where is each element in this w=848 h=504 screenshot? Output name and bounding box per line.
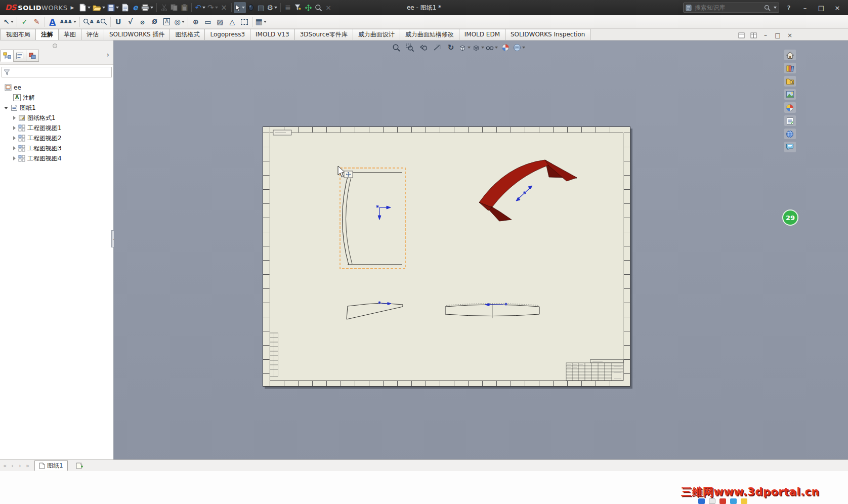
knowledge-search[interactable] xyxy=(683,3,779,13)
featuremanager-tab[interactable] xyxy=(1,50,14,62)
datum-target-icon[interactable]: ◎ xyxy=(173,16,186,28)
tab-evaluate[interactable]: 评估 xyxy=(81,29,104,40)
paste-button[interactable] xyxy=(179,2,189,13)
panel-splitter-handle[interactable] xyxy=(53,44,57,48)
search-dropdown-icon[interactable] xyxy=(774,7,777,9)
cosmetic-thread-icon[interactable]: Ø xyxy=(149,16,161,28)
toolbars-icon[interactable]: ≣ xyxy=(283,2,293,13)
view-settings-icon[interactable] xyxy=(246,2,256,13)
minimize-button[interactable]: – xyxy=(798,3,812,13)
doc-window-icon-1[interactable] xyxy=(736,31,747,40)
doc-minimize-button[interactable]: – xyxy=(760,31,771,40)
open-button[interactable] xyxy=(92,2,106,13)
note-icon[interactable]: A xyxy=(47,16,59,28)
solidworks-resources-icon[interactable] xyxy=(784,50,796,60)
tree-root-ee[interactable]: ee xyxy=(0,82,113,93)
tab-logopress3[interactable]: Logopress3 xyxy=(204,29,250,40)
view-palette-icon[interactable] xyxy=(784,89,796,100)
chat-badge[interactable]: 29 xyxy=(782,209,798,226)
user-community-icon[interactable] xyxy=(784,142,796,152)
view-orientation-icon[interactable] xyxy=(458,42,471,53)
save-button[interactable] xyxy=(106,2,120,13)
rotate-view-icon[interactable]: ↻ xyxy=(445,42,457,53)
design-library-icon[interactable] xyxy=(784,63,796,73)
copy-button[interactable] xyxy=(169,2,179,13)
tree-filter[interactable] xyxy=(2,67,112,77)
zoom-button[interactable] xyxy=(313,2,323,13)
weld-symbol-icon[interactable]: U xyxy=(112,16,124,28)
clear-button[interactable]: × xyxy=(323,2,333,13)
collapse-caret-icon[interactable] xyxy=(4,107,8,109)
format-painter-icon[interactable]: ✎ xyxy=(31,16,43,28)
find-note-icon[interactable]: A xyxy=(95,16,109,28)
doc-close-button[interactable]: × xyxy=(784,31,795,40)
block-icon[interactable]: ▭ xyxy=(202,16,214,28)
expand-caret-icon[interactable] xyxy=(13,126,16,130)
panel-expand-chevron[interactable]: › xyxy=(106,51,109,59)
spell-check-icon[interactable]: ✓ xyxy=(19,16,31,28)
custom-properties-icon[interactable] xyxy=(784,115,796,126)
tree-item-sheet-format1[interactable]: 图纸格式1 xyxy=(0,113,113,123)
expand-caret-icon[interactable] xyxy=(13,136,16,140)
configurationmanager-tab[interactable] xyxy=(26,50,39,62)
geometric-tolerance-icon[interactable]: ⊕ xyxy=(190,16,202,28)
cut-button[interactable] xyxy=(159,2,169,13)
tab-view-layout[interactable]: 视图布局 xyxy=(1,29,36,40)
tree-item-sheet1[interactable]: 图纸1 xyxy=(0,103,113,113)
tab-inspection[interactable]: SOLIDWORKS Inspection xyxy=(505,29,590,40)
expand-caret-icon[interactable] xyxy=(13,146,16,150)
previous-view-icon[interactable] xyxy=(417,42,430,53)
surface-finish-icon[interactable]: √ xyxy=(124,16,137,28)
tree-item-view4[interactable]: 工程图视图4 xyxy=(0,153,113,163)
drawing-sheet[interactable] xyxy=(263,127,630,387)
leader-icon[interactable]: ↖ xyxy=(2,16,15,28)
tab-power-surface-design[interactable]: 威力曲面设计 xyxy=(353,29,400,40)
apply-scene-icon[interactable] xyxy=(513,42,525,53)
last-sheet-button[interactable]: » xyxy=(24,461,31,470)
tab-3dsource[interactable]: 3DSource零件库 xyxy=(294,29,353,40)
print-button[interactable] xyxy=(140,2,154,13)
display-style-icon[interactable] xyxy=(472,42,484,53)
selection-filter-button[interactable] xyxy=(293,2,303,13)
doc-window-icon-2[interactable] xyxy=(748,31,759,40)
expand-caret-icon[interactable] xyxy=(13,116,16,120)
propertymanager-tab[interactable] xyxy=(13,50,26,62)
new-document-button[interactable] xyxy=(78,2,92,13)
table-icon[interactable]: ▦ xyxy=(254,16,268,28)
sheet-tab-1[interactable]: 图纸1 xyxy=(34,460,68,471)
section-view-icon[interactable] xyxy=(431,42,443,53)
area-hatch-icon[interactable]: ▨ xyxy=(214,16,226,28)
maximize-button[interactable]: □ xyxy=(815,3,828,13)
close-button[interactable]: × xyxy=(831,3,844,13)
tree-item-view1[interactable]: 工程图视图1 xyxy=(0,123,113,133)
zoom-fit-icon[interactable] xyxy=(390,42,402,53)
tree-item-view3[interactable]: 工程图视图3 xyxy=(0,143,113,153)
graphics-area[interactable]: ↻ xyxy=(114,40,848,459)
tab-imold-v13[interactable]: IMOLD V13 xyxy=(250,29,295,40)
expand-caret-icon[interactable] xyxy=(13,156,16,160)
add-sheet-button[interactable] xyxy=(73,460,86,471)
undo-button[interactable]: ↶ xyxy=(194,2,206,13)
tab-power-surface-modify[interactable]: 威力曲面結構修改 xyxy=(400,29,459,40)
next-sheet-button[interactable]: › xyxy=(16,461,24,470)
tab-imold-edm[interactable]: IMOLD EDM xyxy=(459,29,505,40)
linear-note-pattern-icon[interactable]: AAA xyxy=(59,16,78,28)
search-icon[interactable] xyxy=(764,5,771,11)
tab-annotation[interactable]: 注解 xyxy=(35,29,59,40)
tab-sheet-format[interactable]: 图纸格式 xyxy=(169,29,205,40)
delete-button[interactable]: × xyxy=(219,2,229,13)
web-browser-icon[interactable]: e xyxy=(130,2,140,13)
make-drawing-button[interactable] xyxy=(120,2,130,13)
zoom-area-icon[interactable] xyxy=(404,42,416,53)
options-button[interactable]: ⚙ xyxy=(266,2,279,13)
tree-item-annotations[interactable]: A 注解 xyxy=(0,93,113,103)
select-button[interactable] xyxy=(234,2,246,13)
report-table-icon[interactable]: ▤ xyxy=(256,2,266,13)
tab-sketch[interactable]: 草图 xyxy=(58,29,81,40)
redo-button[interactable]: ↷ xyxy=(206,2,219,13)
zoom-to-note-icon[interactable]: A xyxy=(81,16,95,28)
tab-addins[interactable]: SOLIDWORKS 插件 xyxy=(104,29,170,40)
menu-expand-arrow-icon[interactable]: ▶ xyxy=(71,5,74,10)
tree-filter-input[interactable] xyxy=(12,68,110,76)
search-input[interactable] xyxy=(694,4,762,12)
